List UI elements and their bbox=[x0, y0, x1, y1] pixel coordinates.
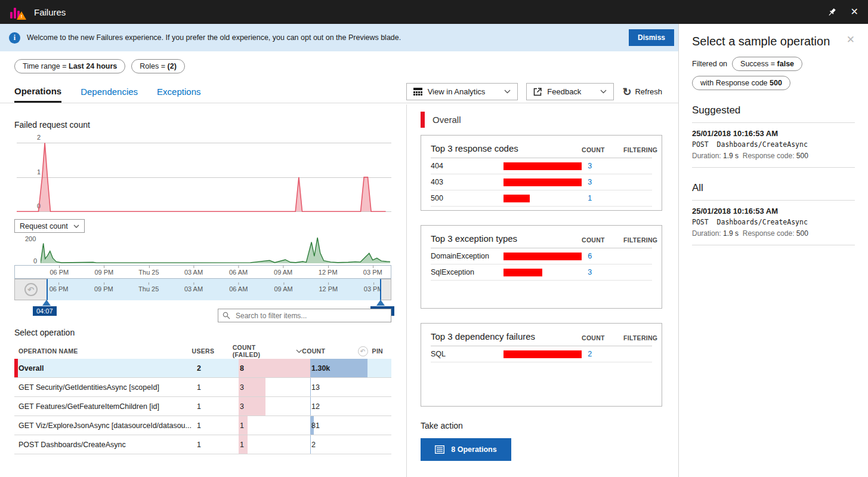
card-row-bar bbox=[503, 269, 582, 276]
suggested-sample-entry[interactable]: 25/01/2018 10:16:53 AM POST Dashboards/C… bbox=[692, 123, 855, 168]
metric-dropdown[interactable]: Request count bbox=[14, 219, 85, 233]
card-row-count[interactable]: 2 bbox=[582, 350, 623, 358]
count-column-header: COUNT bbox=[582, 334, 623, 341]
info-icon: i bbox=[9, 32, 20, 44]
sample-operation-panel: Select a sample operation ✕ Filtered on … bbox=[678, 24, 868, 477]
card-row[interactable]: 403 3 bbox=[431, 174, 652, 190]
failed-request-chart: 2 1 0 bbox=[14, 139, 391, 214]
x-tick-label: 06 PM bbox=[50, 269, 69, 276]
tab-exceptions[interactable]: Exceptions bbox=[157, 81, 200, 103]
failure-indicator-bar bbox=[421, 112, 425, 128]
card-title: Top 3 exception types bbox=[431, 233, 582, 244]
x-tick-label: 03 AM bbox=[184, 285, 203, 293]
card-row-label: 500 bbox=[431, 194, 503, 202]
card-row-count[interactable]: 3 bbox=[582, 162, 623, 170]
count-column-header: COUNT bbox=[582, 236, 623, 244]
card-row-label: SqlException bbox=[431, 268, 503, 276]
time-range-pill[interactable]: Time range = Last 24 hours bbox=[14, 59, 125, 73]
request-count-mini-chart: 200 0 bbox=[14, 235, 391, 265]
card-title: Top 3 dependency failures bbox=[431, 331, 582, 341]
col-pin[interactable]: ↶ PIN bbox=[358, 346, 391, 356]
blade-title: Failures bbox=[34, 7, 66, 17]
card-row-bar bbox=[503, 350, 582, 358]
table-row[interactable]: GET Viz/ExploreJsonAsync [datasourceId/d… bbox=[14, 416, 391, 435]
pin-circle-icon: ↶ bbox=[358, 346, 368, 356]
card-row[interactable]: SqlException 3 bbox=[431, 264, 652, 281]
card-header: Top 3 dependency failures COUNT FILTERIN… bbox=[431, 331, 652, 346]
x-tick-label: Thu 25 bbox=[138, 285, 159, 293]
col-count-failed[interactable]: COUNT (FAILED) bbox=[233, 344, 302, 358]
x-tick-label: 12 PM bbox=[319, 269, 338, 276]
operation-name-cell: GET Viz/ExploreJsonAsync [datasourceId/d… bbox=[14, 421, 197, 430]
card-row[interactable]: DomainException 6 bbox=[431, 248, 652, 264]
filtering-column-header: FILTERING bbox=[623, 236, 652, 244]
col-count[interactable]: COUNT bbox=[302, 343, 357, 359]
card-row-bar bbox=[503, 179, 582, 186]
close-blade-icon[interactable]: ✕ bbox=[851, 7, 858, 17]
count-failed-cell: 8 bbox=[239, 359, 310, 377]
response-code-filter-pill[interactable]: with Response code 500 bbox=[692, 76, 790, 90]
card-rows: DomainException 6 SqlException 3 bbox=[431, 248, 652, 281]
dismiss-button[interactable]: Dismiss bbox=[629, 29, 674, 46]
card-row-label: DomainException bbox=[431, 252, 503, 260]
brush-reset-handle[interactable]: ↶ bbox=[14, 279, 48, 300]
search-icon bbox=[223, 312, 230, 319]
search-filter-box[interactable] bbox=[218, 309, 391, 322]
refresh-button[interactable]: ↻ Refresh bbox=[622, 87, 662, 97]
chevron-down-icon bbox=[600, 90, 607, 94]
x-tick-label: 09 AM bbox=[274, 269, 292, 276]
y-tick: 0 bbox=[33, 257, 37, 264]
top-exception-types-card: Top 3 exception types COUNT FILTERING Do… bbox=[421, 225, 662, 309]
sidebar-title: Select a sample operation bbox=[692, 35, 830, 48]
count-failed-cell: 3 bbox=[239, 397, 310, 416]
card-title: Top 3 response codes bbox=[431, 143, 582, 153]
take-action-label: Take action bbox=[421, 421, 662, 430]
feedback-button[interactable]: Feedback bbox=[526, 83, 614, 100]
x-tick-label: 09 PM bbox=[94, 269, 113, 276]
search-input[interactable] bbox=[234, 311, 387, 321]
users-cell: 2 bbox=[197, 364, 239, 373]
time-brush[interactable]: 06 PM09 PMThu 2503 AM06 AM09 AM12 PM03 P… bbox=[14, 279, 391, 300]
tab-operations[interactable]: Operations bbox=[14, 81, 61, 103]
card-row-count[interactable]: 3 bbox=[582, 178, 623, 186]
operation-name-cell: POST Dashboards/CreateAsync bbox=[14, 441, 197, 449]
table-row[interactable]: GET Features/GetFeatureItemChildren [id]… bbox=[14, 397, 391, 416]
reset-zoom-icon[interactable]: ↶ bbox=[24, 283, 38, 296]
count-cell: 2 bbox=[310, 435, 367, 454]
col-users[interactable]: USERS bbox=[192, 347, 233, 355]
operation-name-cell: Overall bbox=[14, 364, 197, 373]
selected-operation-header: Overall bbox=[421, 112, 662, 128]
view-in-analytics-button[interactable]: View in Analytics bbox=[406, 83, 518, 100]
card-row-count[interactable]: 1 bbox=[582, 194, 623, 202]
x-tick-label: 06 AM bbox=[229, 285, 248, 293]
users-cell: 1 bbox=[197, 441, 239, 449]
table-row[interactable]: POST Dashboards/CreateAsync 1 1 2 bbox=[14, 435, 391, 454]
card-row[interactable]: SQL 2 bbox=[431, 346, 652, 362]
sample-timestamp: 25/01/2018 10:16:53 AM bbox=[692, 207, 855, 216]
operations-action-button[interactable]: 8 Operations bbox=[421, 438, 511, 461]
y-tick: 200 bbox=[25, 235, 36, 242]
table-row[interactable]: Overall 2 8 1.30k bbox=[14, 359, 391, 378]
roles-pill[interactable]: Roles = (2) bbox=[131, 59, 185, 73]
all-heading: All bbox=[692, 182, 855, 201]
card-row[interactable]: 404 3 bbox=[431, 158, 652, 174]
card-header: Top 3 response codes COUNT FILTERING bbox=[431, 143, 652, 158]
col-operation-name[interactable]: OPERATION NAME bbox=[14, 347, 192, 355]
card-row-count[interactable]: 6 bbox=[582, 252, 623, 260]
sidebar-close-icon[interactable]: ✕ bbox=[847, 35, 855, 45]
card-row[interactable]: 500 1 bbox=[431, 190, 652, 207]
count-column-header: COUNT bbox=[582, 146, 623, 153]
pin-blade-icon[interactable] bbox=[827, 8, 836, 17]
brush-right-handle[interactable] bbox=[380, 279, 391, 300]
card-row-count[interactable]: 3 bbox=[582, 268, 623, 276]
all-sample-entry[interactable]: 25/01/2018 10:16:53 AM POST Dashboards/C… bbox=[692, 201, 855, 245]
table-row[interactable]: GET Security/GetIdentitiesAsync [scopeId… bbox=[14, 378, 391, 397]
tab-dependencies[interactable]: Dependencies bbox=[81, 81, 138, 103]
preview-banner: i Welcome to the new Failures experience… bbox=[0, 24, 678, 51]
filtered-on-label: Filtered on bbox=[692, 60, 727, 68]
card-rows: SQL 2 bbox=[431, 346, 652, 362]
count-cell: 13 bbox=[310, 378, 367, 396]
success-filter-pill[interactable]: Success = false bbox=[732, 57, 802, 71]
failed-bar bbox=[239, 359, 310, 377]
chevron-down-icon bbox=[504, 90, 511, 94]
